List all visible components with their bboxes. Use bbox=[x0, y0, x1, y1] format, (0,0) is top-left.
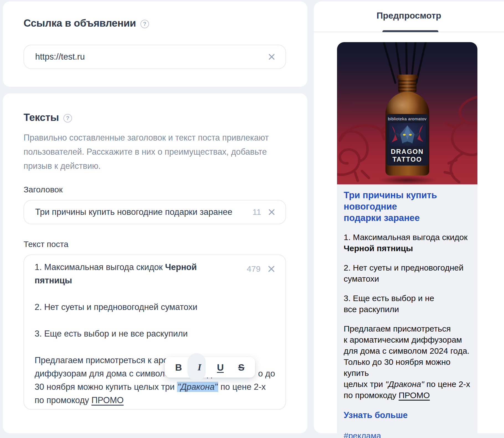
preview-footer-links: #реклама О рекламодателе bbox=[344, 430, 471, 438]
preview-text-line: Черной пятницы bbox=[344, 243, 471, 254]
preview-text-line: по промокоду ПРОМО bbox=[344, 390, 471, 401]
help-icon[interactable]: ? bbox=[63, 114, 72, 123]
preview-paragraph: 2. Нет суеты и предновогодней суматохи bbox=[344, 262, 471, 284]
preview-text-line: 3. Еще есть выбор и не bbox=[344, 293, 471, 304]
preview-text-line: к ароматическим диффузорам bbox=[344, 334, 471, 345]
link-card-title: Ссылка в объявлении bbox=[24, 17, 136, 29]
tab-active-underline bbox=[382, 30, 438, 32]
preview-text-line: Только до 30 ноября можно купить bbox=[344, 356, 471, 379]
hashtag-ad-link[interactable]: #реклама bbox=[344, 430, 471, 438]
texts-description-line: Правильно составленные заголовок и текст… bbox=[24, 131, 269, 145]
preview-italic-text: "Дракона" bbox=[385, 380, 424, 389]
preview-text: целых три bbox=[344, 380, 385, 389]
bold-button[interactable]: B bbox=[171, 359, 187, 375]
post-line: 3. Еще есть выбор и не все раскупили bbox=[35, 327, 275, 340]
post-line: пятницы bbox=[35, 274, 275, 287]
preview-panel: Предпросмотр bbox=[314, 1, 504, 433]
ad-preview-body: Три причины купить новогодние подарки за… bbox=[337, 184, 477, 438]
bottle-lip bbox=[397, 75, 418, 78]
preview-text-line: все раскупили bbox=[344, 304, 471, 315]
ad-preview-card: biblioteka aromatov bbox=[337, 42, 477, 438]
link-card-header: Ссылка в объявлении ? bbox=[24, 17, 149, 29]
product-name-line: DRAGON bbox=[386, 148, 428, 156]
italic-button[interactable]: I bbox=[191, 359, 207, 375]
close-icon bbox=[267, 52, 276, 61]
preview-text-line: 1. Максимальная выгода скидок bbox=[344, 232, 471, 243]
headline-label: Заголовок bbox=[24, 185, 63, 194]
text-format-toolbar: B I U S bbox=[165, 357, 255, 378]
learn-more-link[interactable]: Узнать больше bbox=[344, 410, 471, 421]
preview-text-line: Предлагаем присмотреться bbox=[344, 323, 471, 334]
preview-tabbar: Предпросмотр bbox=[314, 1, 504, 32]
preview-text-line: 2. Нет суеты и предновогодней bbox=[344, 262, 471, 273]
diffuser-bottle: biblioteka aromatov bbox=[384, 75, 431, 175]
post-text: 1. Максимальная выгода скидок bbox=[35, 262, 165, 272]
post-empty-line bbox=[35, 340, 275, 354]
texts-description-line: пользователей. Расскажите в них о преиму… bbox=[24, 145, 269, 159]
post-line: 30 ноября можно купить целых три "Дракон… bbox=[35, 380, 275, 394]
clear-headline-button[interactable] bbox=[267, 208, 276, 217]
dragon-artwork bbox=[389, 123, 426, 146]
preview-paragraph: 3. Еще есть выбор и не все раскупили bbox=[344, 293, 471, 315]
post-line: 2. Нет суеты и предновогодней суматохи bbox=[35, 301, 275, 314]
post-text-editor[interactable]: 479 1. Максимальная выгода скидок Черной… bbox=[24, 254, 286, 410]
preview-text-line: суматохи bbox=[344, 273, 471, 284]
post-line: по промокоду ПРОМО bbox=[35, 394, 275, 407]
preview-paragraph: Предлагаем присмотреться к ароматическим… bbox=[344, 323, 471, 401]
post-text-label: Текст поста bbox=[24, 240, 68, 249]
help-icon[interactable]: ? bbox=[140, 20, 149, 28]
bottle-label: biblioteka aromatov bbox=[386, 114, 428, 165]
texts-card: Тексты ? Правильно составленные заголово… bbox=[3, 93, 307, 433]
post-empty-line bbox=[35, 287, 275, 301]
preview-title-line: подарки заранее bbox=[344, 212, 471, 223]
post-line: 1. Максимальная выгода скидок Черной bbox=[35, 261, 275, 274]
post-empty-line bbox=[35, 314, 275, 327]
headline-value: Три причины купить новогодние подарки за… bbox=[35, 207, 253, 217]
close-icon bbox=[267, 208, 276, 217]
texts-description-line: призыв к действию. bbox=[24, 159, 269, 173]
post-text: по промокоду bbox=[35, 395, 91, 405]
post-text: по цене 2-х bbox=[218, 382, 266, 392]
preview-promo-code: ПРОМО bbox=[399, 391, 430, 400]
clear-url-button[interactable] bbox=[267, 52, 276, 61]
product-name-line: TATTOO bbox=[386, 156, 428, 163]
post-underlined-text: ПРОМО bbox=[91, 395, 124, 405]
preview-title-link[interactable]: Три причины купить новогодние подарки за… bbox=[344, 189, 471, 223]
post-text-bold: Черной bbox=[165, 262, 197, 272]
link-card: Ссылка в объявлении ? https://test.ru bbox=[3, 1, 307, 87]
post-text: о до bbox=[258, 367, 275, 380]
texts-card-header: Тексты ? bbox=[24, 112, 72, 123]
product-name: DRAGON TATTOO bbox=[386, 148, 428, 163]
strikethrough-button[interactable]: S bbox=[233, 359, 249, 375]
ad-url-input[interactable]: https://test.ru bbox=[24, 45, 286, 69]
headline-input[interactable]: Три причины купить новогодние подарки за… bbox=[24, 200, 286, 224]
bottle-brand-text: biblioteka aromatov bbox=[386, 116, 428, 121]
preview-paragraph: 1. Максимальная выгода скидок Черной пят… bbox=[344, 232, 471, 254]
preview-text: по промокоду bbox=[344, 391, 399, 400]
product-type-text: Room diffuser bbox=[386, 165, 428, 165]
texts-card-title: Тексты bbox=[24, 112, 59, 123]
post-selected-text: "Дракона" bbox=[177, 382, 218, 392]
headline-char-counter: 11 bbox=[253, 207, 261, 217]
bottle-body: biblioteka aromatov bbox=[385, 92, 429, 175]
underline-button[interactable]: U bbox=[212, 359, 228, 375]
dragon-face-icon bbox=[389, 123, 426, 146]
bottle-neck bbox=[398, 78, 416, 93]
post-text: 30 ноября можно купить целых три bbox=[35, 382, 177, 392]
preview-text-line: для дома с символом 2024 года. bbox=[344, 345, 471, 356]
texts-description: Правильно составленные заголовок и текст… bbox=[24, 131, 269, 173]
preview-text: по цене 2-х bbox=[424, 380, 470, 389]
bottle-shadow bbox=[369, 175, 446, 184]
preview-title-line: Три причины купить новогодние bbox=[344, 189, 471, 212]
ad-url-value: https://test.ru bbox=[35, 52, 267, 62]
tab-preview[interactable]: Предпросмотр bbox=[377, 11, 441, 22]
ad-creative-image: biblioteka aromatov bbox=[337, 42, 477, 184]
preview-text-line: целых три "Дракона" по цене 2-х bbox=[344, 379, 471, 390]
